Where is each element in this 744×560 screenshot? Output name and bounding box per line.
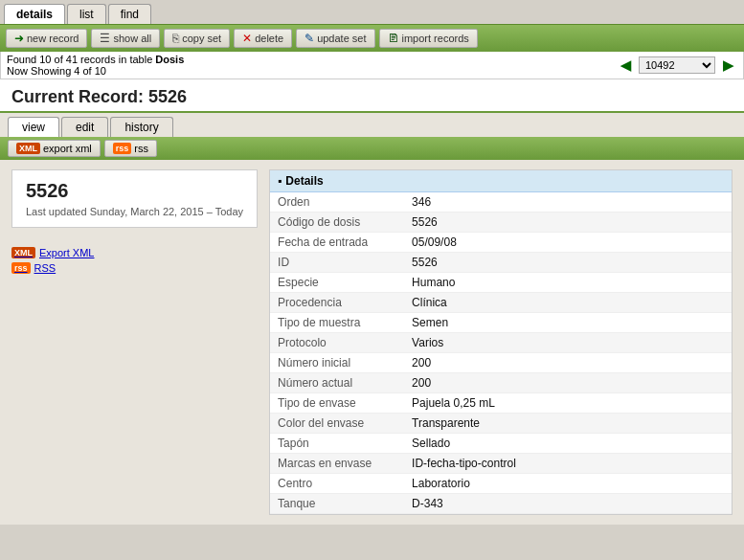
field-value: Humano bbox=[404, 273, 732, 293]
field-value: Sellado bbox=[404, 434, 732, 454]
field-value: Pajuela 0,25 mL bbox=[404, 393, 732, 414]
xml-link-badge: XML bbox=[11, 247, 35, 258]
import-records-label: import records bbox=[402, 33, 469, 44]
new-record-button[interactable]: ➜ new record bbox=[6, 29, 87, 48]
record-navigation: ◀10492▶ bbox=[617, 56, 737, 74]
record-id-number: 5526 bbox=[26, 180, 243, 202]
table-row: TanqueD-343 bbox=[270, 494, 732, 514]
tab-history[interactable]: history bbox=[110, 117, 172, 137]
table-row: Marcas en envaseID-fecha-tipo-control bbox=[270, 454, 732, 474]
field-label: Tanque bbox=[270, 494, 404, 514]
update-set-button[interactable]: ✎ update set bbox=[296, 29, 374, 48]
main-content: Current Record: 5526 view edit history X… bbox=[0, 79, 744, 525]
left-actions: XML Export XML rss RSS bbox=[11, 247, 258, 274]
tab-view[interactable]: view bbox=[8, 117, 59, 137]
record-last-updated: Last updated Sunday, March 22, 2015 – To… bbox=[26, 206, 243, 217]
rss-link[interactable]: rss RSS bbox=[11, 262, 258, 274]
field-label: Centro bbox=[270, 474, 404, 494]
details-header: ▪ Details bbox=[270, 170, 732, 192]
details-table: Orden346Código de dosis5526Fecha de entr… bbox=[270, 192, 732, 514]
field-label: Especie bbox=[270, 273, 404, 293]
table-row: Tipo de envasePajuela 0,25 mL bbox=[270, 393, 732, 414]
delete-icon: ✕ bbox=[242, 32, 252, 45]
table-row: ID5526 bbox=[270, 253, 732, 273]
new-record-icon: ➜ bbox=[14, 32, 24, 45]
next-record-button[interactable]: ▶ bbox=[719, 57, 737, 73]
field-value: 05/09/08 bbox=[404, 233, 732, 253]
field-value: ID-fecha-tipo-control bbox=[404, 454, 732, 474]
field-label: Tipo de envase bbox=[270, 393, 404, 414]
tab-find[interactable]: find bbox=[108, 4, 151, 24]
details-collapse-icon[interactable]: ▪ bbox=[278, 174, 282, 188]
field-label: Protocolo bbox=[270, 333, 404, 353]
export-xml-tab-label: export xml bbox=[43, 143, 92, 154]
rss-tab[interactable]: rss rss bbox=[104, 140, 157, 157]
show-all-button[interactable]: ☰ show all bbox=[91, 29, 160, 48]
rss-link-badge: rss bbox=[11, 262, 31, 274]
details-header-label: Details bbox=[285, 174, 323, 188]
delete-label: delete bbox=[255, 33, 283, 44]
record-selector[interactable]: 10492 bbox=[639, 56, 715, 74]
record-body: 5526 Last updated Sunday, March 22, 2015… bbox=[0, 160, 744, 525]
table-row: ProcedenciaClínica bbox=[270, 293, 732, 313]
tab-edit[interactable]: edit bbox=[61, 117, 108, 137]
prev-record-button[interactable]: ◀ bbox=[617, 57, 635, 73]
tab-list[interactable]: list bbox=[67, 4, 106, 24]
showing-text: Now Showing 4 of 10 bbox=[7, 65, 609, 77]
toolbar: ➜ new record ☰ show all ⎘ copy set ✕ del… bbox=[0, 24, 744, 52]
table-row: CentroLaboratorio bbox=[270, 474, 732, 494]
copy-set-label: copy set bbox=[182, 33, 221, 44]
sub-tab-bar: view edit history bbox=[0, 113, 744, 137]
show-all-icon: ☰ bbox=[100, 32, 110, 45]
table-row: Número inicial200 bbox=[270, 353, 732, 373]
field-value: 346 bbox=[404, 192, 732, 213]
field-value: 200 bbox=[404, 353, 732, 373]
field-value: Transparente bbox=[404, 414, 732, 434]
field-label: Fecha de entrada bbox=[270, 233, 404, 253]
field-value: 5526 bbox=[404, 253, 732, 273]
field-label: Color del envase bbox=[270, 414, 404, 434]
table-row: Número actual200 bbox=[270, 373, 732, 393]
left-panel: 5526 Last updated Sunday, March 22, 2015… bbox=[11, 169, 258, 515]
new-record-label: new record bbox=[27, 33, 79, 44]
field-label: Número inicial bbox=[270, 353, 404, 373]
record-id-box: 5526 Last updated Sunday, March 22, 2015… bbox=[11, 169, 258, 228]
export-xml-tab[interactable]: XML export xml bbox=[8, 140, 101, 157]
table-row: Tipo de muestraSemen bbox=[270, 313, 732, 333]
export-xml-link-label: Export XML bbox=[39, 247, 94, 258]
tab-details[interactable]: details bbox=[4, 4, 65, 24]
current-record-title: Current Record: 5526 bbox=[11, 87, 733, 107]
field-label: Código de dosis bbox=[270, 213, 404, 233]
field-value: D-343 bbox=[404, 494, 732, 514]
action-tabs-row: XML export xml rss rss bbox=[0, 137, 744, 160]
field-label: ID bbox=[270, 253, 404, 273]
copy-set-icon: ⎘ bbox=[172, 32, 179, 45]
rss-badge: rss bbox=[113, 143, 132, 154]
field-value: 200 bbox=[404, 373, 732, 393]
field-label: Procedencia bbox=[270, 293, 404, 313]
table-row: Código de dosis5526 bbox=[270, 213, 732, 233]
field-label: Orden bbox=[270, 192, 404, 213]
export-xml-link[interactable]: XML Export XML bbox=[11, 247, 258, 258]
table-row: Orden346 bbox=[270, 192, 732, 213]
update-set-icon: ✎ bbox=[304, 32, 314, 45]
found-text: Found 10 of 41 records in table Dosis bbox=[7, 54, 609, 65]
field-value: Laboratorio bbox=[404, 474, 732, 494]
import-records-button[interactable]: 🖹 import records bbox=[379, 29, 478, 48]
table-row: Color del envaseTransparente bbox=[270, 414, 732, 434]
field-label: Marcas en envase bbox=[270, 454, 404, 474]
table-row: TapónSellado bbox=[270, 434, 732, 454]
table-row: EspecieHumano bbox=[270, 273, 732, 293]
table-row: ProtocoloVarios bbox=[270, 333, 732, 353]
field-label: Número actual bbox=[270, 373, 404, 393]
import-records-icon: 🖹 bbox=[388, 32, 399, 45]
copy-set-button[interactable]: ⎘ copy set bbox=[164, 29, 230, 48]
delete-button[interactable]: ✕ delete bbox=[234, 29, 292, 48]
field-value: Varios bbox=[404, 333, 732, 353]
xml-badge: XML bbox=[16, 143, 40, 154]
rss-link-label: RSS bbox=[34, 262, 56, 274]
details-panel: ▪ Details Orden346Código de dosis5526Fec… bbox=[269, 169, 733, 515]
field-label: Tipo de muestra bbox=[270, 313, 404, 333]
table-row: Fecha de entrada05/09/08 bbox=[270, 233, 732, 253]
field-value: Clínica bbox=[404, 293, 732, 313]
